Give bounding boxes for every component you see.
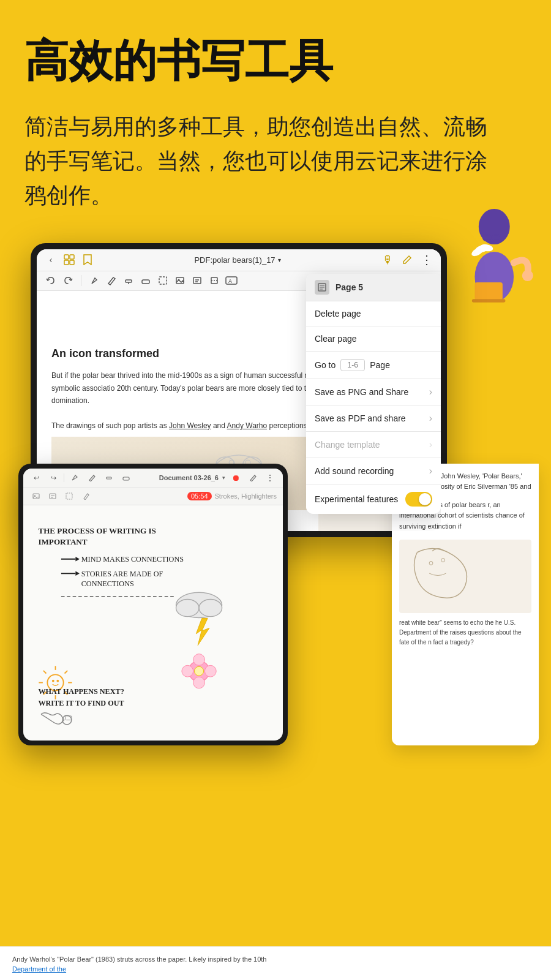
svg-marker-75 [196,618,209,645]
svg-rect-15 [64,260,69,265]
bottom-text: Andy Warhol's "Polar Bear" (1983) struts… [12,954,539,965]
svg-text:WHAT HAPPENS NEXT?: WHAT HAPPENS NEXT? [38,687,124,696]
add-sound-label: Add sound recording [315,466,394,476]
grid-icon[interactable] [62,253,76,266]
selection-tool[interactable] [156,274,170,287]
experimental-label: Experimental features [315,494,398,504]
second-pencil[interactable] [85,471,99,484]
clear-page-item[interactable]: Clear page [306,326,441,352]
second-undo[interactable]: ↩ [29,471,43,484]
handwriting-svg: THE PROCESS OF WRITING IS IMPORTANT MIND… [32,511,274,733]
toolbar-right: 🎙 ⋮ [381,253,433,266]
save-pdf-arrow: › [429,413,432,424]
second-pen[interactable] [68,471,81,484]
svg-rect-45 [33,494,39,499]
goto-page-input[interactable] [340,359,365,371]
dropdown-page-label: Page 5 [335,282,363,292]
svg-point-70 [52,679,54,682]
add-sound-arrow: › [429,466,432,477]
svg-rect-50 [66,493,72,499]
second-edit[interactable] [246,471,260,484]
second-highlighter[interactable] [102,471,116,484]
second-toolbar: ↩ ↪ Document 03-26_6 ▾ ⏺ [23,469,283,488]
delete-page-label: Delete page [315,309,361,318]
add-sound-item[interactable]: Add sound recording › [306,458,441,484]
doc-title: PDF:polar bears(1)_17 ▾ [99,255,376,265]
andy-warhol-link[interactable]: Andy Warho [227,421,268,430]
main-toolbar: ‹ PDF:polar bears(1)_17 ▾ 🎙 ⋮ [37,249,441,271]
highlighter-tool[interactable] [122,274,135,287]
svg-rect-16 [70,260,74,265]
second-more[interactable]: ⋮ [263,471,277,484]
second-redo[interactable]: ↪ [47,471,60,484]
s2-select[interactable] [79,489,92,503]
redo-button[interactable] [61,274,75,287]
ipad-second-screen: ↩ ↪ Document 03-26_6 ▾ ⏺ [23,469,283,741]
devices-area: ‹ PDF:polar bears(1)_17 ▾ 🎙 ⋮ [0,243,551,856]
svg-point-74 [199,599,222,616]
svg-text:CONNECTIONS: CONNECTIONS [81,579,134,587]
page-label: Page [370,360,390,370]
crop-tool[interactable] [208,274,221,287]
john-wesley-link[interactable]: John Wesley [169,421,211,430]
dropdown-header: Page 5 [306,274,441,301]
second-record[interactable]: ⏺ [229,471,242,484]
eraser-tool[interactable] [139,274,152,287]
change-template-label: Change template [315,440,380,450]
timer-badge: 05:54 [187,492,212,500]
s2-img[interactable] [29,489,43,503]
bookmark-icon[interactable] [81,253,94,266]
pencil-tool[interactable] [105,274,118,287]
goto-input-group: Go to Page [315,359,390,371]
svg-text:THE PROCESS OF WRITING IS: THE PROCESS OF WRITING IS [38,526,156,535]
svg-text:IMPORTANT: IMPORTANT [38,537,87,546]
text-tool[interactable] [190,274,204,287]
image-tool[interactable] [173,274,187,287]
experimental-item[interactable]: Experimental features [306,484,441,514]
svg-point-87 [441,558,445,562]
dropdown-menu: Page 5 Delete page Clear page Go to Page [306,274,441,514]
toggle-knob [419,493,431,505]
undo-button[interactable] [44,274,58,287]
svg-rect-44 [123,477,129,480]
clear-page-label: Clear page [315,334,357,344]
svg-text:MIND MAKES CONNECTIONS: MIND MAKES CONNECTIONS [81,555,184,564]
svg-line-66 [43,670,47,673]
second-eraser[interactable] [119,471,133,484]
svg-point-77 [193,654,205,665]
right-body-3: reat white bear" seems to echo the he U.… [399,618,531,647]
save-pdf-item[interactable]: Save as PDF and share › [306,405,441,432]
experimental-toggle[interactable] [405,492,432,507]
pen-tool[interactable] [88,274,101,287]
pencil-button[interactable] [400,253,414,266]
svg-line-67 [65,670,68,673]
goto-item[interactable]: Go to Page [306,352,441,379]
svg-marker-57 [75,571,80,576]
ipad-second: ↩ ↪ Document 03-26_6 ▾ ⏺ [18,464,288,745]
change-template-item[interactable]: Change template › [306,432,441,458]
handwriting-area: THE PROCESS OF WRITING IS IMPORTANT MIND… [23,505,283,739]
text-recognition-tool[interactable]: A [225,274,238,287]
svg-rect-13 [64,255,69,259]
s2-crop[interactable] [62,489,76,503]
svg-point-80 [204,665,216,677]
svg-point-81 [195,666,204,676]
strokes-label: Strokes, Highlighters [215,492,277,500]
back-button[interactable]: ‹ [44,253,58,266]
save-png-item[interactable]: Save as PNG and Share › [306,379,441,405]
delete-page-item[interactable]: Delete page [306,301,441,326]
department-link[interactable]: Department of the [12,965,539,973]
more-button[interactable]: ⋮ [420,253,433,266]
s2-text[interactable] [46,489,59,503]
mic-button[interactable]: 🎙 [381,253,394,266]
save-pdf-label: Save as PDF and share [315,413,406,423]
change-template-arrow: › [429,439,432,450]
svg-rect-14 [70,255,74,259]
hero-section: 高效的书写工具 简洁与易用的多种工具，助您创造出自然、流畅的手写笔记。当然，您也… [0,0,551,225]
svg-point-73 [176,599,200,616]
svg-point-78 [193,677,205,688]
save-png-arrow: › [429,386,432,398]
svg-rect-17 [126,280,132,282]
svg-text:WRITE IT TO FIND OUT: WRITE IT TO FIND OUT [38,699,124,707]
doc-name: Document 03-26_6 [159,474,219,481]
